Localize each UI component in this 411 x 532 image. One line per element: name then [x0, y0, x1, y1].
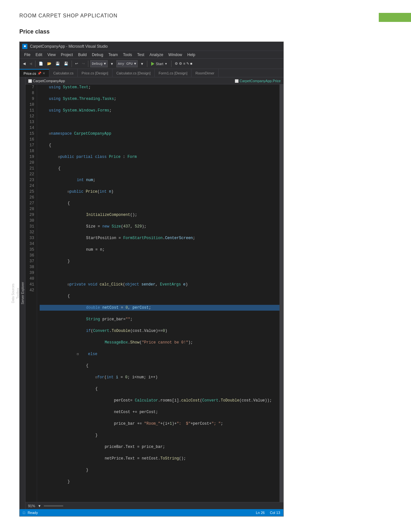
vs-tabs: Price.cs 📌 ✕ Calculator.cs Price.cs [Des… — [20, 69, 283, 77]
toolbar-sep-3 — [88, 61, 88, 67]
menu-view[interactable]: View — [45, 52, 58, 58]
tab-close-icon[interactable]: ✕ — [43, 72, 45, 75]
tab-label: Calculator.cs — [53, 71, 73, 75]
menu-window[interactable]: Window — [166, 52, 185, 58]
toolbar-back-btn[interactable]: ◀ — [22, 61, 27, 66]
tab-label: Price.cs — [24, 72, 36, 75]
menu-build[interactable]: Build — [75, 52, 89, 58]
tab-price-design[interactable]: Price.cs [Design] — [78, 69, 113, 77]
side-label-toolbox[interactable]: Toolbox — [15, 285, 20, 301]
vs-zoom-bar: 91% ▼ — [25, 502, 283, 509]
toolbar-sep-5 — [171, 61, 171, 67]
toolbar-platform-arrow[interactable]: ▼ — [139, 61, 145, 66]
statusbar-col: Col 13 — [270, 511, 280, 515]
page-title: ROOM CARPET SHOP APPLICATION — [19, 13, 392, 19]
menu-test[interactable]: Test — [135, 52, 147, 58]
toolbar-open-btn[interactable]: 📂 — [46, 61, 53, 66]
toolbar-sep-4 — [147, 61, 147, 67]
vs-statusbar: □ Ready Ln 26 Col 13 — [20, 509, 283, 516]
vs-title-text: CarpetCompanyApp - Microsoft Visual Stud… — [30, 44, 108, 49]
tab-price-cs[interactable]: Price.cs 📌 ✕ — [20, 69, 49, 77]
tab-label: Form1.cs [Design] — [159, 71, 187, 75]
vs-nav-bar: ⬜ CarpetCompanyApp ⬜ CarpetCompanyApp.Pr… — [25, 77, 283, 84]
menu-tools[interactable]: Tools — [121, 52, 135, 58]
green-bar — [379, 13, 411, 22]
nav-class-dropdown[interactable]: ⬜ CarpetCompanyApp — [28, 79, 65, 83]
vs-window: ◼ CarpetCompanyApp - Microsoft Visual St… — [19, 42, 284, 517]
tab-label: Price.cs [Design] — [82, 71, 108, 75]
vs-code-area: ⬜ CarpetCompanyApp ⬜ CarpetCompanyApp.Pr… — [25, 77, 283, 509]
tab-pin-icon[interactable]: 📌 — [37, 72, 41, 75]
menu-analyze[interactable]: Analyze — [147, 52, 166, 58]
nav-member-dropdown[interactable]: ⬜ CarpetCompanyApp.Price — [235, 79, 281, 83]
side-label-data-sources[interactable]: Data Sources — [11, 281, 15, 306]
vs-side-labels: Server Explorer Toolbox Data Sources — [20, 77, 25, 509]
zoom-icon[interactable]: ▼ — [38, 504, 41, 508]
statusbar-left: □ Ready — [23, 511, 38, 515]
toolbar-fwd-btn[interactable]: ◀ — [28, 61, 33, 66]
vs-code-body: 7 8 9 10 11 12 13 14 15 16 17 18 19 20 — [25, 84, 283, 502]
toolbar-debug-dropdown[interactable]: Debug ▼ — [90, 60, 108, 67]
tab-calculator-design[interactable]: Calculator.cs [Design] — [113, 69, 155, 77]
menu-file[interactable]: File — [22, 52, 33, 58]
toolbar-undo-btn[interactable]: ↩ — [74, 61, 79, 66]
vs-icon: ◼ — [22, 44, 27, 49]
toolbar-new-btn[interactable]: 📄 — [37, 61, 44, 66]
statusbar-ready-text: Ready — [28, 511, 38, 515]
menu-team[interactable]: Team — [106, 52, 120, 58]
play-icon — [151, 62, 154, 66]
statusbar-ln: Ln 26 — [256, 511, 265, 515]
side-label-server-explorer[interactable]: Server Explorer — [20, 279, 25, 307]
tab-form1-design[interactable]: Form1.cs [Design] — [155, 69, 191, 77]
toolbar-saveall-btn[interactable]: 💾 — [63, 61, 70, 66]
toolbar-debug-arrow[interactable]: ▼ — [109, 61, 115, 66]
vs-titlebar: ◼ CarpetCompanyApp - Microsoft Visual St… — [20, 42, 283, 51]
vs-scrollbar[interactable] — [279, 84, 283, 502]
toolbar-start-btn[interactable]: Start ▼ — [149, 61, 169, 66]
menu-project[interactable]: Project — [58, 52, 75, 58]
section-title: Price class — [19, 28, 392, 35]
statusbar-right: Ln 26 Col 13 — [256, 511, 280, 515]
menu-debug[interactable]: Debug — [89, 52, 106, 58]
toolbar-redo-btn[interactable]: ↪ — [81, 61, 86, 66]
toolbar-save-btn[interactable]: 💾 — [54, 61, 61, 66]
toolbar-sep-2 — [72, 61, 72, 67]
tab-calculator-cs[interactable]: Calculator.cs — [49, 69, 78, 77]
tab-roomdimer[interactable]: RoomDimer — [191, 69, 219, 77]
toolbar-platform-dropdown[interactable]: Any CPU ▼ — [116, 60, 138, 67]
menu-edit[interactable]: Edit — [33, 52, 45, 58]
vs-line-numbers: 7 8 9 10 11 12 13 14 15 16 17 18 19 20 — [25, 84, 37, 502]
vs-toolbar: ◀ ◀ 📄 📂 💾 💾 ↩ ↪ Debug ▼ ▼ Any CPU ▼ ▼ — [20, 59, 283, 69]
tab-label: Calculator.cs [Design] — [116, 71, 151, 75]
toolbar-extra-btns[interactable]: ⚙ ⚙ ≡ ✎ ■ — [173, 61, 193, 66]
tab-label: RoomDimer — [195, 71, 214, 75]
vs-menubar: File Edit View Project Build Debug Team … — [20, 51, 283, 59]
vs-code-content[interactable]: using System.Text; using System.Threadin… — [37, 84, 279, 502]
zoom-slider[interactable] — [44, 505, 63, 507]
page-container: ROOM CARPET SHOP APPLICATION Price class… — [0, 0, 411, 529]
menu-help[interactable]: Help — [185, 52, 198, 58]
vs-body: Server Explorer Toolbox Data Sources ⬜ C… — [20, 77, 283, 509]
zoom-level: 91% — [28, 504, 35, 508]
toolbar-sep-1 — [35, 61, 35, 67]
statusbar-ready-icon: □ — [23, 511, 25, 515]
